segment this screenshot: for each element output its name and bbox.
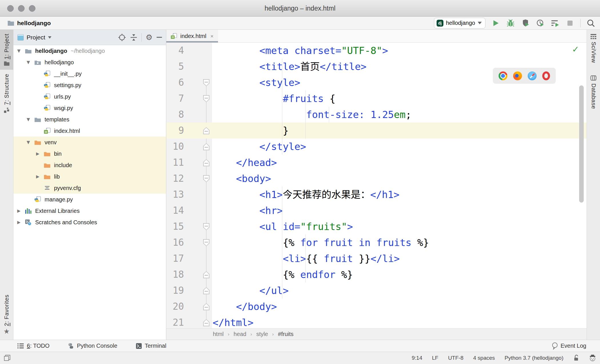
indent-setting[interactable]: 4 spaces: [473, 355, 495, 361]
tree-item-hellodjango[interactable]: ▼hellodjango~/hellodjango: [13, 45, 166, 57]
tree-item-pyvenv-cfg[interactable]: pyvenv.cfg: [13, 182, 166, 194]
code-line-12[interactable]: <body>: [212, 171, 587, 187]
code-line-17[interactable]: <li>{{ fruit }}</li>: [212, 251, 587, 267]
tree-item-bin[interactable]: ▶bin: [13, 148, 166, 159]
caret-position[interactable]: 9:14: [412, 355, 422, 361]
chevron-collapsed-icon[interactable]: ▶: [16, 220, 22, 225]
chrome-icon[interactable]: [499, 71, 507, 80]
code-line-20[interactable]: </body>: [212, 299, 587, 315]
code-line-16[interactable]: {% for fruit in fruits %}: [212, 235, 587, 251]
toolbar-python-console[interactable]: Python Console: [68, 343, 117, 349]
tree-item-venv[interactable]: ▼venv: [13, 137, 166, 148]
tree-item-wsgi-py[interactable]: wsgi.py: [13, 102, 166, 114]
toolbar-todo[interactable]: 6: TODO: [17, 343, 49, 349]
code-line-8[interactable]: font-size: 1.25em;: [212, 107, 587, 123]
firefox-icon[interactable]: [513, 71, 522, 80]
code-line-19[interactable]: </ul>: [212, 283, 587, 299]
tree-item-index-html[interactable]: Hindex.html: [13, 125, 166, 137]
toolbar-terminal[interactable]: Terminal: [136, 343, 167, 349]
line-separator[interactable]: LF: [432, 355, 438, 361]
chevron-expanded-icon[interactable]: ▼: [25, 117, 31, 122]
code-line-7[interactable]: #fruits {: [212, 91, 587, 107]
chevron-expanded-icon[interactable]: ▼: [25, 140, 31, 145]
tree-item-include[interactable]: include: [13, 159, 166, 171]
run-configuration-select[interactable]: dj hellodjango: [434, 18, 485, 29]
breadcrumb[interactable]: hellodjango: [17, 20, 51, 27]
project-panel-title[interactable]: Project: [27, 34, 45, 41]
code-line-13[interactable]: <h1>今天推荐的水果是：</h1>: [212, 187, 587, 203]
profiler-button[interactable]: [536, 19, 545, 28]
gear-icon[interactable]: ⚙: [146, 33, 153, 41]
fold-end-icon[interactable]: [203, 143, 209, 150]
tool-tab-structure[interactable]: 7: Structure: [0, 70, 13, 117]
unlocked-icon[interactable]: [573, 355, 579, 361]
event-log-button[interactable]: Event Log: [551, 342, 586, 350]
chevron-collapsed-icon[interactable]: ▶: [35, 174, 41, 179]
tool-tab-sciview[interactable]: SciView: [587, 30, 600, 67]
gutter-line-21: 21: [166, 315, 212, 328]
opera-icon[interactable]: [542, 71, 550, 80]
fold-end-icon[interactable]: [203, 287, 209, 294]
tree-item-urls-py[interactable]: urls.py: [13, 91, 166, 102]
code-line-15[interactable]: <ul id="fruits">: [212, 219, 587, 235]
chevron-expanded-icon[interactable]: ▼: [25, 60, 31, 65]
fold-start-icon[interactable]: [203, 79, 209, 86]
fold-start-icon[interactable]: [203, 95, 209, 102]
tree-item-external-libraries[interactable]: ▶External Libraries: [13, 205, 166, 217]
fold-start-icon[interactable]: [203, 223, 209, 230]
file-encoding[interactable]: UTF-8: [448, 355, 463, 361]
tree-item--init-py[interactable]: __init__.py: [13, 68, 166, 79]
fold-end-icon[interactable]: [203, 319, 209, 326]
code-pane[interactable]: <meta charset="UTF-8"> <title>首页</title>…: [212, 43, 587, 328]
breadcrumb-head[interactable]: head: [234, 331, 247, 337]
code-line-21[interactable]: </html>: [212, 315, 587, 328]
inspections-ok-icon[interactable]: ✓: [572, 44, 579, 54]
code-line-4[interactable]: <meta charset="UTF-8">: [212, 43, 587, 59]
toggle-toolwindows-icon[interactable]: [3, 354, 11, 362]
chevron-collapsed-icon[interactable]: ▶: [16, 208, 22, 213]
fold-start-icon[interactable]: [203, 175, 209, 182]
tree-item-label: External Libraries: [35, 208, 80, 214]
stop-button[interactable]: [565, 19, 575, 28]
code-editor[interactable]: 456789101112131415161718192021 <meta cha…: [166, 43, 587, 328]
code-line-11[interactable]: </head>: [212, 155, 587, 171]
locate-icon[interactable]: [118, 33, 126, 41]
fold-end-icon[interactable]: [203, 127, 209, 134]
fold-end-icon[interactable]: [203, 303, 209, 310]
tree-item-scratches-and-consoles[interactable]: ▶Scratches and Consoles: [13, 217, 166, 228]
breadcrumb-html[interactable]: html: [213, 331, 224, 337]
debug-button[interactable]: [506, 19, 515, 28]
fold-end-icon[interactable]: [203, 271, 209, 278]
tree-item-settings-py[interactable]: settings.py: [13, 79, 166, 91]
code-line-9[interactable]: }: [212, 123, 587, 139]
tree-item-templates[interactable]: ▼templates: [13, 114, 166, 125]
chevron-collapsed-icon[interactable]: ▶: [35, 151, 41, 156]
tool-tab-project[interactable]: 1: Project: [0, 30, 13, 70]
fold-end-icon[interactable]: [203, 159, 209, 166]
run-with-config-button[interactable]: [551, 19, 560, 28]
interpreter[interactable]: Python 3.7 (hellodjango): [505, 355, 563, 361]
breadcrumb-fruits[interactable]: #fruits: [278, 331, 293, 337]
tool-tab-favorites[interactable]: 2: Favorites ★: [0, 291, 13, 340]
breadcrumb-style[interactable]: style: [256, 331, 268, 337]
coverage-button[interactable]: [521, 19, 530, 28]
collapse-all-icon[interactable]: [130, 34, 137, 41]
code-line-18[interactable]: {% endfor %}: [212, 267, 587, 283]
editor-tab-index-html[interactable]: H index.html ×: [166, 30, 218, 43]
close-tab-icon[interactable]: ×: [210, 33, 213, 39]
chevron-expanded-icon[interactable]: ▼: [16, 48, 22, 53]
hide-icon[interactable]: [157, 37, 162, 38]
tree-item-hellodjango[interactable]: ▼hellodjango: [13, 57, 166, 68]
editor-scrollbar[interactable]: [579, 85, 584, 203]
run-button[interactable]: [491, 19, 500, 28]
hector-inspector-icon[interactable]: [589, 355, 596, 361]
safari-icon[interactable]: [528, 71, 537, 80]
tree-item-manage-py[interactable]: manage.py: [13, 194, 166, 205]
tool-tab-database[interactable]: Database: [587, 71, 600, 113]
code-line-14[interactable]: <hr>: [212, 203, 587, 219]
code-line-10[interactable]: </style>: [212, 139, 587, 155]
tree-item-lib[interactable]: ▶lib: [13, 171, 166, 182]
fold-start-icon[interactable]: [203, 239, 209, 246]
search-everywhere-icon[interactable]: [586, 19, 595, 28]
chevron-down-icon[interactable]: [48, 36, 51, 39]
